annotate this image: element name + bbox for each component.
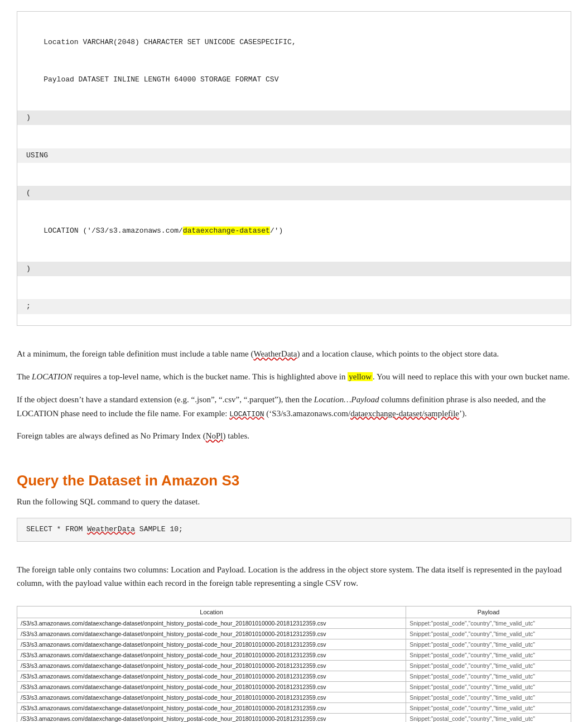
table-cell-payload: Snippet:"postal_code","country","time_va… bbox=[406, 692, 571, 703]
dataset-samplefile-ref: dataexchange-dataset/samplefile bbox=[350, 409, 459, 418]
code-line-6: LOCATION ('/S3/s3.amazonaws.com/dataexch… bbox=[17, 224, 571, 238]
code-line-2: Payload DATASET INLINE LENGTH 64000 STOR… bbox=[17, 73, 571, 87]
table-cell-payload: Snippet:"postal_code","country","time_va… bbox=[406, 629, 571, 639]
code-block-1: Location VARCHAR(2048) CHARACTER SET UNI… bbox=[17, 11, 571, 326]
table-cell-location: /S3/s3.amazonaws.com/dataexchange-datase… bbox=[17, 692, 406, 703]
table-row: /S3/s3.amazonaws.com/dataexchange-datase… bbox=[17, 661, 571, 671]
table-cell-payload: Snippet:"postal_code","country","time_va… bbox=[406, 650, 571, 661]
code-line-8: ; bbox=[17, 299, 571, 314]
code-block-2: SELECT * FROM WeatherData SAMPLE 10; bbox=[17, 518, 571, 542]
code-line-4: USING bbox=[17, 148, 571, 163]
paragraph-3: If the object doesn’t have a standard ex… bbox=[17, 393, 571, 421]
location-code-ref: LOCATION bbox=[229, 410, 264, 418]
paragraph-1: At a minimum, the foreign table definiti… bbox=[17, 347, 571, 361]
table-row: /S3/s3.amazonaws.com/dataexchange-datase… bbox=[17, 692, 571, 703]
code-line-5: ( bbox=[17, 186, 571, 200]
table-cell-payload: Snippet:"postal_code","country","time_va… bbox=[406, 671, 571, 682]
section-intro: Run the following SQL command to query t… bbox=[17, 495, 571, 509]
table-cell-payload: Snippet:"postal_code","country","time_va… bbox=[406, 714, 571, 722]
col-header-location: Location bbox=[17, 607, 406, 618]
table-cell-location: /S3/s3.amazonaws.com/dataexchange-datase… bbox=[17, 629, 406, 639]
table-row: /S3/s3.amazonaws.com/dataexchange-datase… bbox=[17, 650, 571, 661]
code-line-1: Location VARCHAR(2048) CHARACTER SET UNI… bbox=[17, 35, 571, 50]
table-cell-payload: Snippet:"postal_code","country","time_va… bbox=[406, 661, 571, 671]
code-line-3: ) bbox=[17, 110, 571, 125]
weatherdata-code-ref: WeatherData bbox=[87, 525, 135, 533]
table-cell-location: /S3/s3.amazonaws.com/dataexchange-datase… bbox=[17, 639, 406, 650]
table-cell-location: /S3/s3.amazonaws.com/dataexchange-datase… bbox=[17, 618, 406, 629]
table-row: /S3/s3.amazonaws.com/dataexchange-datase… bbox=[17, 703, 571, 714]
table-cell-location: /S3/s3.amazonaws.com/dataexchange-datase… bbox=[17, 703, 406, 714]
paragraph-4: Foreign tables are always defined as No … bbox=[17, 429, 571, 443]
location-italic: LOCATION bbox=[32, 372, 72, 381]
table-row: /S3/s3.amazonaws.com/dataexchange-datase… bbox=[17, 618, 571, 629]
table-row: /S3/s3.amazonaws.com/dataexchange-datase… bbox=[17, 682, 571, 692]
table-cell-location: /S3/s3.amazonaws.com/dataexchange-datase… bbox=[17, 714, 406, 722]
weatherdata-ref-1: WeatherData bbox=[253, 349, 297, 358]
highlight-text: dataexchange-dataset bbox=[183, 227, 270, 235]
table-row: /S3/s3.amazonaws.com/dataexchange-datase… bbox=[17, 671, 571, 682]
nopl-ref: NoPl bbox=[206, 431, 223, 440]
table-cell-location: /S3/s3.amazonaws.com/dataexchange-datase… bbox=[17, 671, 406, 682]
table-row: /S3/s3.amazonaws.com/dataexchange-datase… bbox=[17, 639, 571, 650]
table-cell-payload: Snippet:"postal_code","country","time_va… bbox=[406, 682, 571, 692]
location-payload-italic: Location…Payload bbox=[314, 395, 379, 404]
yellow-highlight-word: yellow bbox=[348, 372, 373, 381]
table-cell-location: /S3/s3.amazonaws.com/dataexchange-datase… bbox=[17, 682, 406, 692]
section-heading: Query the Dataset in Amazon S3 bbox=[17, 472, 571, 489]
table-cell-payload: Snippet:"postal_code","country","time_va… bbox=[406, 639, 571, 650]
table-cell-location: /S3/s3.amazonaws.com/dataexchange-datase… bbox=[17, 661, 406, 671]
table-cell-payload: Snippet:"postal_code","country","time_va… bbox=[406, 618, 571, 629]
table-cell-payload: Snippet:"postal_code","country","time_va… bbox=[406, 703, 571, 714]
paragraph-columns: The foreign table only contains two colu… bbox=[17, 563, 571, 591]
table-row: /S3/s3.amazonaws.com/dataexchange-datase… bbox=[17, 714, 571, 722]
paragraph-2: The LOCATION requires a top-level name, … bbox=[17, 370, 571, 384]
weather-data-table: Location Payload /S3/s3.amazonaws.com/da… bbox=[17, 606, 571, 722]
col-header-payload: Payload bbox=[406, 607, 571, 618]
code-line-7: ) bbox=[17, 262, 571, 276]
table-row: /S3/s3.amazonaws.com/dataexchange-datase… bbox=[17, 629, 571, 639]
table-cell-location: /S3/s3.amazonaws.com/dataexchange-datase… bbox=[17, 650, 406, 661]
